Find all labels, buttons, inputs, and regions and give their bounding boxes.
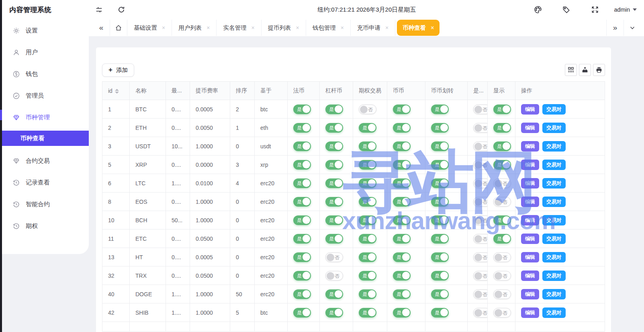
edit-button[interactable]: 编辑 bbox=[521, 141, 539, 152]
toggle-on-bibi[interactable]: 是 bbox=[393, 105, 411, 114]
sidebar-item-admins[interactable]: 管理员 bbox=[2, 85, 89, 107]
toggle-on-huazhuan[interactable]: 是 bbox=[431, 215, 449, 225]
toggle-off-clipped[interactable]: 否 bbox=[473, 215, 488, 225]
sidebar-item-records[interactable]: 记录查看 bbox=[2, 172, 89, 193]
toggle-on-huazhuan[interactable]: 是 bbox=[431, 252, 449, 262]
edit-button[interactable]: 编辑 bbox=[521, 271, 539, 281]
toggle-on-ganggan[interactable]: 是 bbox=[325, 105, 343, 114]
toggle-off-xianshi[interactable]: 否 bbox=[493, 252, 511, 262]
toggle-on-huazhuan[interactable]: 是 bbox=[431, 271, 449, 281]
toggle-on-xianshi[interactable]: 是 bbox=[493, 215, 511, 225]
tab-close-icon[interactable]: × bbox=[431, 25, 434, 31]
toggle-off-clipped[interactable]: 否 bbox=[473, 178, 488, 188]
toggle-on-fabi[interactable]: 是 bbox=[293, 160, 311, 170]
sidebar-item-options[interactable]: 期权 bbox=[2, 215, 89, 237]
toggle-off-xianshi[interactable]: 否 bbox=[493, 308, 511, 318]
toggle-on-qiquan[interactable]: 是 bbox=[359, 141, 376, 151]
toggle-on-fabi[interactable]: 是 bbox=[293, 197, 311, 207]
toggle-on-bibi[interactable]: 是 bbox=[393, 123, 411, 133]
toggle-on-huazhuan[interactable]: 是 bbox=[431, 141, 449, 151]
user-menu[interactable]: admin bbox=[614, 6, 637, 13]
tab-5[interactable]: 钱包管理× bbox=[306, 19, 350, 36]
pairs-button[interactable]: 交易对 bbox=[542, 104, 566, 115]
tag-icon[interactable] bbox=[560, 3, 573, 16]
toggle-on-huazhuan[interactable]: 是 bbox=[431, 123, 449, 133]
tab-close-icon[interactable]: × bbox=[296, 25, 299, 31]
toggle-on-fabi[interactable]: 是 bbox=[293, 141, 311, 151]
toggle-off-clipped[interactable]: 否 bbox=[473, 252, 488, 262]
sidebar-subitem-currency-view[interactable]: 币种查看 bbox=[2, 131, 89, 146]
toggle-on-huazhuan[interactable]: 是 bbox=[431, 105, 449, 114]
edit-button[interactable]: 编辑 bbox=[521, 307, 539, 318]
edit-button[interactable]: 编辑 bbox=[521, 123, 539, 133]
toggle-off-clipped[interactable]: 否 bbox=[473, 308, 488, 318]
pairs-button[interactable]: 交易对 bbox=[542, 197, 566, 207]
toggle-on-huazhuan[interactable]: 是 bbox=[431, 308, 449, 318]
tab-close-icon[interactable]: × bbox=[206, 25, 210, 31]
fullscreen-icon[interactable] bbox=[588, 3, 602, 16]
toggle-off-xianshi[interactable]: 否 bbox=[493, 197, 511, 207]
toggle-off-clipped[interactable]: 否 bbox=[473, 271, 488, 281]
edit-button[interactable]: 编辑 bbox=[521, 160, 539, 170]
toggle-on-ganggan[interactable]: 是 bbox=[325, 160, 343, 170]
toggle-on-huazhuan[interactable]: 是 bbox=[431, 178, 449, 188]
toggle-off-xianshi[interactable]: 否 bbox=[493, 178, 511, 188]
toggle-on-bibi[interactable]: 是 bbox=[393, 289, 411, 299]
toggle-on-huazhuan[interactable]: 是 bbox=[431, 160, 449, 170]
pairs-button[interactable]: 交易对 bbox=[542, 271, 566, 281]
tab-7[interactable]: 币种查看× bbox=[397, 20, 440, 36]
toggle-on-qiquan[interactable]: 是 bbox=[359, 160, 376, 170]
toggle-on-bibi[interactable]: 是 bbox=[393, 141, 411, 151]
toggle-on-qiquan[interactable]: 是 bbox=[359, 271, 376, 281]
tab-close-icon[interactable]: × bbox=[162, 25, 165, 31]
toggle-on-fabi[interactable]: 是 bbox=[293, 234, 311, 244]
tabs-scroll-left-icon[interactable]: « bbox=[93, 19, 110, 36]
tab-close-icon[interactable]: × bbox=[341, 25, 344, 31]
toggle-on-ganggan[interactable]: 是 bbox=[325, 308, 343, 318]
theme-palette-icon[interactable] bbox=[531, 3, 545, 16]
toggle-on-qiquan[interactable]: 是 bbox=[359, 234, 376, 244]
toggle-on-qiquan[interactable]: 是 bbox=[359, 123, 376, 133]
toggle-on-qiquan[interactable]: 是 bbox=[359, 197, 376, 207]
toggle-off-xianshi[interactable]: 否 bbox=[493, 271, 511, 281]
tab-4[interactable]: 提币列表× bbox=[262, 19, 306, 36]
sidebar-item-contract-trade[interactable]: 合约交易 bbox=[2, 150, 89, 172]
refresh-icon[interactable] bbox=[114, 3, 128, 16]
print-icon[interactable] bbox=[593, 64, 605, 76]
toggle-on-fabi[interactable]: 是 bbox=[293, 308, 311, 318]
toggle-on-ganggan[interactable]: 是 bbox=[325, 141, 343, 151]
tab-3[interactable]: 实名管理× bbox=[217, 19, 261, 36]
add-button[interactable]: + 添加 bbox=[102, 64, 134, 77]
tabs-menu-icon[interactable] bbox=[624, 19, 641, 36]
pairs-button[interactable]: 交易对 bbox=[542, 160, 566, 170]
toggle-on-qiquan[interactable]: 是 bbox=[359, 215, 376, 225]
tabs-scroll-right-icon[interactable]: » bbox=[607, 19, 624, 36]
toggle-off-clipped[interactable]: 否 bbox=[473, 105, 488, 114]
toggle-off-ganggan[interactable]: 否 bbox=[325, 271, 343, 281]
tab-1[interactable]: 基础设置× bbox=[127, 19, 172, 36]
sidebar-item-wallet[interactable]: 钱包 bbox=[2, 63, 89, 85]
toggle-on-fabi[interactable]: 是 bbox=[293, 289, 311, 299]
toggle-on-fabi[interactable]: 是 bbox=[293, 123, 311, 133]
toggle-off-clipped[interactable]: 否 bbox=[473, 234, 488, 244]
toggle-on-qiquan[interactable]: 是 bbox=[359, 178, 376, 188]
edit-button[interactable]: 编辑 bbox=[521, 215, 539, 225]
edit-button[interactable]: 编辑 bbox=[521, 178, 539, 189]
toggle-on-bibi[interactable]: 是 bbox=[393, 197, 411, 207]
sidebar-item-smart-contract[interactable]: 智能合约 bbox=[2, 193, 89, 215]
toggle-on-ganggan[interactable]: 是 bbox=[325, 178, 343, 188]
home-tab-icon[interactable] bbox=[110, 19, 127, 36]
toggle-on-xianshi[interactable]: 是 bbox=[493, 160, 511, 170]
toggle-on-bibi[interactable]: 是 bbox=[393, 252, 411, 262]
pairs-button[interactable]: 交易对 bbox=[542, 141, 566, 152]
toggle-on-fabi[interactable]: 是 bbox=[293, 215, 311, 225]
toggle-on-xianshi[interactable]: 是 bbox=[493, 141, 511, 151]
toggle-on-bibi[interactable]: 是 bbox=[393, 178, 411, 188]
edit-button[interactable]: 编辑 bbox=[521, 104, 539, 115]
menu-collapse-icon[interactable] bbox=[92, 3, 106, 16]
toggle-on-bibi[interactable]: 是 bbox=[393, 308, 411, 318]
toggle-on-ganggan[interactable]: 是 bbox=[325, 234, 343, 244]
toggle-on-huazhuan[interactable]: 是 bbox=[431, 197, 449, 207]
tab-close-icon[interactable]: × bbox=[251, 25, 254, 31]
toggle-off-clipped[interactable]: 否 bbox=[473, 141, 488, 151]
